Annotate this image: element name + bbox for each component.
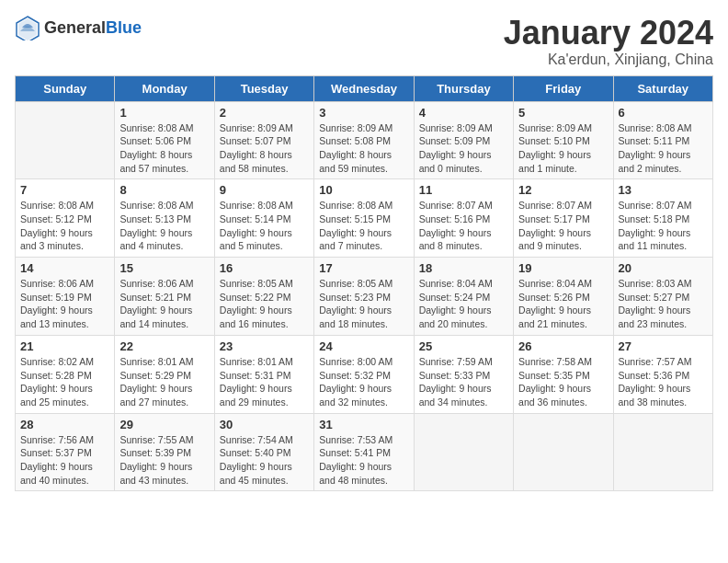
day-info: Sunrise: 8:06 AMSunset: 5:19 PMDaylight:… [20, 277, 109, 331]
calendar-table: SundayMondayTuesdayWednesdayThursdayFrid… [15, 75, 713, 492]
day-number: 10 [319, 183, 408, 197]
day-info: Sunrise: 8:06 AMSunset: 5:21 PMDaylight:… [119, 277, 209, 331]
title-area: January 2024 Ka'erdun, Xinjiang, China [504, 15, 713, 68]
day-info: Sunrise: 8:03 AMSunset: 5:27 PMDaylight:… [619, 277, 708, 331]
calendar-cell: 2Sunrise: 8:09 AMSunset: 5:07 PMDaylight… [214, 101, 313, 179]
day-info: Sunrise: 7:59 AMSunset: 5:33 PMDaylight:… [419, 355, 508, 409]
calendar-cell: 21Sunrise: 8:02 AMSunset: 5:28 PMDayligh… [16, 335, 115, 413]
week-row-5: 28Sunrise: 7:56 AMSunset: 5:37 PMDayligh… [16, 413, 713, 491]
header-day-thursday: Thursday [414, 75, 513, 101]
calendar-cell: 8Sunrise: 8:08 AMSunset: 5:13 PMDaylight… [115, 179, 214, 258]
calendar-cell: 22Sunrise: 8:01 AMSunset: 5:29 PMDayligh… [115, 335, 214, 413]
day-number: 8 [119, 183, 209, 197]
day-number: 29 [119, 418, 209, 431]
day-info: Sunrise: 8:08 AMSunset: 5:12 PMDaylight:… [20, 199, 109, 253]
calendar-cell: 7Sunrise: 8:08 AMSunset: 5:12 PMDaylight… [16, 179, 115, 258]
logo-icon [15, 15, 40, 40]
day-number: 7 [20, 183, 109, 197]
day-number: 17 [319, 261, 408, 275]
header: GeneralBlue January 2024 Ka'erdun, Xinji… [15, 15, 713, 68]
day-info: Sunrise: 7:53 AMSunset: 5:41 PMDaylight:… [319, 433, 408, 488]
calendar-cell: 26Sunrise: 7:58 AMSunset: 5:35 PMDayligh… [514, 335, 613, 413]
header-day-wednesday: Wednesday [314, 75, 414, 101]
calendar-cell: 30Sunrise: 7:54 AMSunset: 5:40 PMDayligh… [214, 413, 313, 491]
calendar-cell: 15Sunrise: 8:06 AMSunset: 5:21 PMDayligh… [115, 258, 214, 336]
calendar-cell: 11Sunrise: 8:07 AMSunset: 5:16 PMDayligh… [414, 179, 513, 258]
header-row: SundayMondayTuesdayWednesdayThursdayFrid… [16, 75, 713, 101]
calendar-cell: 20Sunrise: 8:03 AMSunset: 5:27 PMDayligh… [613, 258, 712, 336]
calendar-cell [16, 101, 115, 179]
day-number: 12 [518, 183, 608, 197]
calendar-cell: 12Sunrise: 8:07 AMSunset: 5:17 PMDayligh… [514, 179, 613, 258]
calendar-cell: 24Sunrise: 8:00 AMSunset: 5:32 PMDayligh… [314, 335, 414, 413]
day-info: Sunrise: 7:55 AMSunset: 5:39 PMDaylight:… [119, 433, 209, 488]
day-number: 23 [220, 339, 309, 353]
day-info: Sunrise: 8:07 AMSunset: 5:17 PMDaylight:… [518, 199, 608, 253]
day-number: 4 [419, 106, 508, 120]
week-row-1: 1Sunrise: 8:08 AMSunset: 5:06 PMDaylight… [16, 101, 713, 179]
day-info: Sunrise: 8:08 AMSunset: 5:14 PMDaylight:… [220, 199, 309, 253]
calendar-cell: 1Sunrise: 8:08 AMSunset: 5:06 PMDaylight… [115, 101, 214, 179]
day-info: Sunrise: 8:02 AMSunset: 5:28 PMDaylight:… [20, 355, 109, 409]
day-info: Sunrise: 8:04 AMSunset: 5:24 PMDaylight:… [419, 277, 508, 331]
calendar-cell: 3Sunrise: 8:09 AMSunset: 5:08 PMDaylight… [314, 101, 414, 179]
calendar-cell: 18Sunrise: 8:04 AMSunset: 5:24 PMDayligh… [414, 258, 513, 336]
day-info: Sunrise: 8:01 AMSunset: 5:31 PMDaylight:… [220, 355, 309, 409]
day-number: 30 [220, 418, 309, 431]
day-number: 13 [619, 183, 708, 197]
calendar-cell: 29Sunrise: 7:55 AMSunset: 5:39 PMDayligh… [115, 413, 214, 491]
logo-text-blue: Blue [106, 18, 142, 37]
day-info: Sunrise: 8:04 AMSunset: 5:26 PMDaylight:… [518, 277, 608, 331]
day-number: 26 [518, 339, 608, 353]
header-day-friday: Friday [514, 75, 613, 101]
day-info: Sunrise: 8:07 AMSunset: 5:18 PMDaylight:… [619, 199, 708, 253]
week-row-3: 14Sunrise: 8:06 AMSunset: 5:19 PMDayligh… [16, 258, 713, 336]
day-info: Sunrise: 8:00 AMSunset: 5:32 PMDaylight:… [319, 355, 408, 409]
day-number: 6 [619, 106, 708, 120]
calendar-cell: 25Sunrise: 7:59 AMSunset: 5:33 PMDayligh… [414, 335, 513, 413]
day-info: Sunrise: 8:08 AMSunset: 5:15 PMDaylight:… [319, 199, 408, 253]
day-info: Sunrise: 8:09 AMSunset: 5:08 PMDaylight:… [319, 121, 408, 176]
calendar-cell: 9Sunrise: 8:08 AMSunset: 5:14 PMDaylight… [214, 179, 313, 258]
day-number: 22 [119, 339, 209, 353]
calendar-cell: 17Sunrise: 8:05 AMSunset: 5:23 PMDayligh… [314, 258, 414, 336]
day-number: 14 [20, 261, 109, 275]
main-title: January 2024 [504, 15, 713, 52]
calendar-cell [414, 413, 513, 491]
calendar-cell [613, 413, 712, 491]
day-number: 15 [119, 261, 209, 275]
day-number: 21 [20, 339, 109, 353]
calendar-body: 1Sunrise: 8:08 AMSunset: 5:06 PMDaylight… [16, 101, 713, 491]
day-info: Sunrise: 8:08 AMSunset: 5:06 PMDaylight:… [119, 121, 209, 176]
day-info: Sunrise: 8:09 AMSunset: 5:09 PMDaylight:… [419, 121, 508, 176]
day-info: Sunrise: 8:05 AMSunset: 5:23 PMDaylight:… [319, 277, 408, 331]
calendar-cell: 16Sunrise: 8:05 AMSunset: 5:22 PMDayligh… [214, 258, 313, 336]
day-number: 25 [419, 339, 508, 353]
day-info: Sunrise: 8:01 AMSunset: 5:29 PMDaylight:… [119, 355, 209, 409]
calendar-cell: 14Sunrise: 8:06 AMSunset: 5:19 PMDayligh… [16, 258, 115, 336]
calendar-header: SundayMondayTuesdayWednesdayThursdayFrid… [16, 75, 713, 101]
day-number: 2 [220, 106, 309, 120]
calendar-cell: 23Sunrise: 8:01 AMSunset: 5:31 PMDayligh… [214, 335, 313, 413]
header-day-monday: Monday [115, 75, 214, 101]
day-info: Sunrise: 7:54 AMSunset: 5:40 PMDaylight:… [220, 433, 309, 488]
subtitle: Ka'erdun, Xinjiang, China [504, 52, 713, 68]
day-number: 20 [619, 261, 708, 275]
calendar-cell: 4Sunrise: 8:09 AMSunset: 5:09 PMDaylight… [414, 101, 513, 179]
day-info: Sunrise: 8:05 AMSunset: 5:22 PMDaylight:… [220, 277, 309, 331]
logo: GeneralBlue [15, 15, 142, 40]
day-number: 28 [20, 418, 109, 431]
calendar-cell: 5Sunrise: 8:09 AMSunset: 5:10 PMDaylight… [514, 101, 613, 179]
day-info: Sunrise: 8:08 AMSunset: 5:13 PMDaylight:… [119, 199, 209, 253]
header-day-sunday: Sunday [16, 75, 115, 101]
calendar-cell: 27Sunrise: 7:57 AMSunset: 5:36 PMDayligh… [613, 335, 712, 413]
day-info: Sunrise: 8:09 AMSunset: 5:10 PMDaylight:… [518, 121, 608, 176]
calendar-cell: 10Sunrise: 8:08 AMSunset: 5:15 PMDayligh… [314, 179, 414, 258]
header-day-tuesday: Tuesday [214, 75, 313, 101]
day-number: 19 [518, 261, 608, 275]
day-number: 1 [119, 106, 209, 120]
calendar-cell [514, 413, 613, 491]
day-number: 27 [619, 339, 708, 353]
day-number: 9 [220, 183, 309, 197]
day-number: 24 [319, 339, 408, 353]
